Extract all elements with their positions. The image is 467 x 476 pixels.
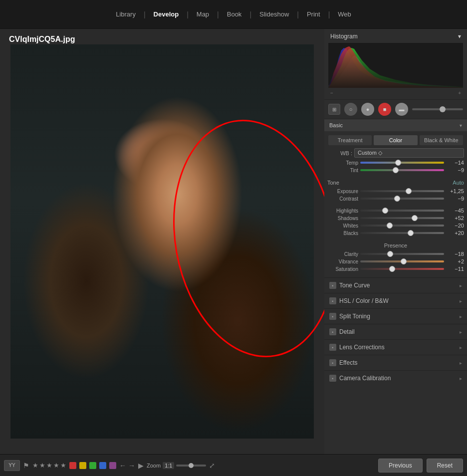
- hsl-bar[interactable]: ▪ HSL / Color / B&W ▸: [324, 293, 467, 308]
- exposure-thumb[interactable]: [406, 188, 412, 194]
- grid-tool-btn[interactable]: ⊞: [328, 104, 340, 115]
- effects-left: ▪ Effects: [329, 359, 357, 366]
- effects-bar[interactable]: ▪ Effects ▸: [324, 355, 467, 370]
- play-btn[interactable]: ▶: [138, 462, 144, 470]
- exposure-value: +1,25: [446, 188, 464, 194]
- prev-photo-btn[interactable]: ←: [119, 462, 126, 470]
- basic-panel-header[interactable]: Basic ▾: [324, 119, 467, 131]
- right-panel: Histogram ▾: [324, 29, 467, 454]
- contrast-track[interactable]: [360, 198, 444, 200]
- nav-book[interactable]: Book: [219, 7, 250, 21]
- whites-slider-row: Whites −20: [327, 223, 464, 229]
- color-label-blue[interactable]: [99, 462, 106, 469]
- auto-btn[interactable]: Auto: [453, 180, 464, 186]
- contrast-thumb[interactable]: [394, 196, 400, 202]
- camera-calibration-bar[interactable]: ▪ Camera Calibration ▸: [324, 371, 467, 386]
- tone-label: Tone: [327, 180, 339, 186]
- detail-panel: ▪ Detail ▸: [324, 324, 467, 339]
- clarity-label: Clarity: [327, 251, 358, 257]
- circle-tool-btn[interactable]: ○: [344, 103, 357, 116]
- tint-value: −9: [446, 167, 464, 173]
- filmstrip-toggle-btn[interactable]: YY: [4, 460, 20, 471]
- histogram-dropdown-icon[interactable]: ▾: [458, 33, 461, 40]
- star-5[interactable]: ★: [60, 462, 66, 469]
- star-2[interactable]: ★: [39, 462, 45, 469]
- whites-thumb[interactable]: [387, 223, 393, 229]
- zoom-value[interactable]: 1:1: [163, 462, 174, 469]
- histogram-graph: [328, 43, 463, 88]
- detail-bar[interactable]: ▪ Detail ▸: [324, 324, 467, 339]
- treatment-color-btn[interactable]: Color: [374, 135, 417, 145]
- tone-slider-track[interactable]: [412, 108, 463, 110]
- saturation-track[interactable]: [360, 268, 444, 270]
- hsl-icon: ▪: [329, 297, 336, 304]
- targeted-tool-btn[interactable]: ●: [361, 103, 374, 116]
- tone-slider-thumb[interactable]: [440, 106, 446, 112]
- star-1[interactable]: ★: [32, 462, 38, 469]
- nav-map[interactable]: Map: [189, 7, 217, 21]
- nav-slideshow[interactable]: Slideshow: [251, 7, 297, 21]
- blacks-track[interactable]: [360, 232, 444, 234]
- flag-btn[interactable]: ⚑: [23, 462, 29, 470]
- vibrance-thumb[interactable]: [401, 258, 407, 264]
- split-toning-chevron: ▸: [460, 314, 462, 319]
- vibrance-track[interactable]: [360, 260, 444, 262]
- vibrance-slider-row: Vibrance +2: [327, 258, 464, 264]
- tint-thumb[interactable]: [393, 167, 399, 173]
- tone-curve-chevron: ▸: [460, 283, 462, 288]
- hist-max-icon[interactable]: +: [458, 90, 461, 96]
- highlights-track[interactable]: [360, 210, 444, 212]
- nav-web[interactable]: Web: [330, 7, 359, 21]
- reset-button[interactable]: Reset: [427, 459, 463, 473]
- tone-curve-bar[interactable]: ▪ Tone Curve ▸: [324, 278, 467, 293]
- red-tool-btn[interactable]: ■: [378, 103, 391, 116]
- star-rating: ★ ★ ★ ★ ★: [32, 462, 66, 469]
- clarity-value: −18: [446, 251, 464, 257]
- split-toning-panel: ▪ Split Toning ▸: [324, 308, 467, 324]
- star-3[interactable]: ★: [46, 462, 52, 469]
- clarity-track[interactable]: [360, 253, 444, 255]
- lens-corrections-bar[interactable]: ▪ Lens Corrections ▸: [324, 340, 467, 355]
- nav-print[interactable]: Print: [299, 7, 328, 21]
- next-photo-btn[interactable]: →: [128, 462, 135, 470]
- gray-tool-btn[interactable]: ▬: [395, 103, 408, 116]
- photo-container[interactable]: [10, 44, 314, 439]
- effects-title: Effects: [339, 359, 357, 366]
- color-label-green[interactable]: [89, 462, 96, 469]
- vibrance-label: Vibrance: [327, 259, 358, 264]
- color-label-red[interactable]: [69, 462, 76, 469]
- nav-develop[interactable]: Develop: [146, 7, 187, 21]
- tint-track[interactable]: [360, 169, 444, 171]
- wb-select[interactable]: Custom ◇: [354, 148, 464, 158]
- shadows-thumb[interactable]: [412, 215, 418, 221]
- color-label-purple[interactable]: [109, 462, 116, 469]
- expand-btn[interactable]: ⤢: [209, 462, 215, 470]
- highlights-thumb[interactable]: [382, 208, 388, 214]
- exposure-track[interactable]: [360, 190, 444, 192]
- blacks-thumb[interactable]: [408, 230, 414, 236]
- zoom-slider[interactable]: [176, 465, 206, 467]
- hist-min-icon[interactable]: −: [330, 90, 333, 96]
- bottom-bar: YY ⚑ ★ ★ ★ ★ ★ ← → ▶ Zoom 1:1 ⤢ Previous: [0, 454, 467, 476]
- nav-library[interactable]: Library: [108, 7, 144, 21]
- color-label-yellow[interactable]: [79, 462, 86, 469]
- whites-value: −20: [446, 223, 464, 229]
- treatment-bw-btn[interactable]: Black & White: [420, 135, 463, 145]
- zoom-label: Zoom: [147, 463, 161, 469]
- lens-corrections-chevron: ▸: [460, 345, 462, 350]
- shadows-track[interactable]: [360, 217, 444, 219]
- temp-thumb[interactable]: [395, 160, 401, 166]
- main-area: CVlqImjCQ5A.jpg Histogram ▾: [0, 29, 467, 454]
- whites-track[interactable]: [360, 225, 444, 227]
- clarity-thumb[interactable]: [387, 251, 393, 257]
- zoom-thumb[interactable]: [189, 463, 194, 468]
- previous-button[interactable]: Previous: [378, 459, 423, 473]
- split-toning-bar[interactable]: ▪ Split Toning ▸: [324, 309, 467, 324]
- lens-corrections-panel: ▪ Lens Corrections ▸: [324, 339, 467, 355]
- saturation-thumb[interactable]: [389, 266, 395, 272]
- star-4[interactable]: ★: [53, 462, 59, 469]
- hsl-chevron: ▸: [460, 298, 462, 304]
- temp-track[interactable]: [360, 162, 444, 164]
- shadows-value: +52: [446, 215, 464, 221]
- wb-label: WB :: [327, 150, 352, 156]
